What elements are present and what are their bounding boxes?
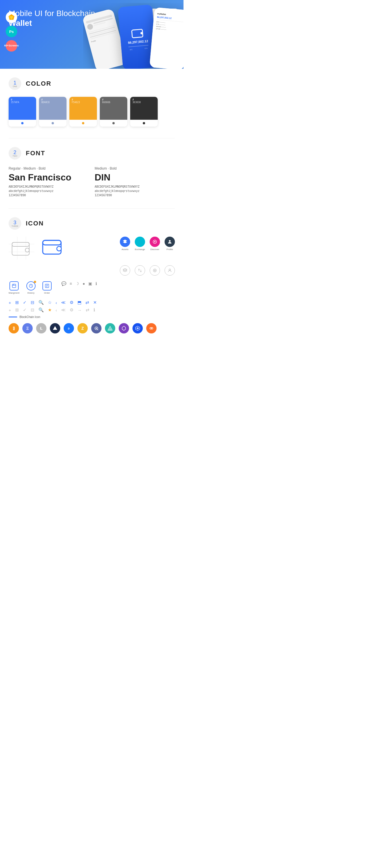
section-number-2: 2 TWO [9,147,21,160]
icon-share[interactable]: ≪ [61,300,66,305]
icon-chat: 💬 [61,281,66,286]
icon-check-grey: ✓ [23,307,27,313]
icon-search-grey: 🔍 [38,307,44,313]
color-section-header: 1 ONE COLOR [9,78,175,90]
icon-order: Order [43,281,52,294]
color-title: COLOR [26,80,51,87]
icon-export[interactable]: ⬒ [78,300,81,305]
icon-discover-outline [150,265,160,276]
svg-text:D: D [68,328,70,330]
icon-settings[interactable]: ⚙ [70,300,74,305]
svg-point-33 [96,328,97,329]
coin-ethereum: Ξ [22,323,33,334]
icon-assets: Assets [120,237,130,251]
icon-plus[interactable]: + [9,300,11,305]
blockchain-line [9,316,17,317]
nav-icons-outline [9,265,175,276]
icon-layers: ≡ [70,281,72,286]
hero-section: Mobile UI for Blockchain Wallet UI Kit P… [0,0,184,69]
blockchain-label: BlockChain Icon [20,315,40,318]
icon-profile-outline [165,265,175,276]
sketch-badge [6,11,17,23]
swatch-black: #303030 [130,97,158,127]
svg-point-17 [169,240,171,242]
coin-loopring [146,323,157,334]
coin-waves [105,323,115,334]
color-swatches: #3574FA #8DA0C8 #F5A623 #666666 [9,97,175,127]
svg-rect-21 [12,284,16,288]
icon-swap[interactable]: ⇄ [85,300,89,305]
phone-mockups: Profile $6,297,502.12 BTC ETH myWalle [83,3,184,69]
svg-marker-3 [9,16,9,20]
wallet-wireframe-container [9,237,34,259]
divider-1 [9,138,175,138]
icon-exchange: Exchange [135,237,145,251]
icon-close[interactable]: ✕ [93,300,97,305]
svg-point-11 [25,248,29,252]
icon-circle-dot: ● [83,281,85,286]
coin-polymath [133,323,143,334]
wallet-colored-svg [42,237,64,255]
icon-swap-grey: ⇄ [86,307,89,313]
icon-assets-outline [120,265,130,276]
coin-ark [119,323,129,334]
ps-badge: Ps [6,26,17,37]
icon-back[interactable]: ‹ [56,300,57,305]
coin-qtum [91,323,102,334]
coin-stratis [50,323,60,334]
section-number-3: 3 THREE [9,217,21,230]
svg-point-19 [154,270,156,271]
font-title: FONT [26,150,45,157]
svg-point-18 [153,269,157,272]
hero-badges: Ps 60+ Screens [6,11,17,52]
icon-title: ICON [26,220,44,227]
icon-search[interactable]: 🔍 [38,300,44,305]
icon-management: Mangment [9,281,20,294]
coin-dash: D [64,323,74,334]
bottom-nav-icons: Mangment History Order 💬 ≡ ☽ ● [9,281,175,294]
swatch-orange: #F5A623 [69,97,97,127]
svg-point-16 [154,241,156,243]
svg-line-34 [97,330,98,330]
icon-history: History [26,281,35,294]
svg-rect-10 [12,242,29,246]
wallet-colored-container [42,237,65,257]
icon-exchange-outline [135,265,145,276]
svg-marker-29 [53,326,57,330]
color-section: 1 ONE COLOR #3574FA #8DA0C8 #F5A623 [9,78,175,127]
icon-section-header: 3 THREE ICON [9,217,175,230]
phone-3: myWallet $6,297,502.12 BTC ———— ETH ————… [149,7,184,69]
main-content: 1 ONE COLOR #3574FA #8DA0C8 #F5A623 [0,69,184,351]
icon-check[interactable]: ✓ [23,300,27,305]
coin-bitcoin: ₿ [9,323,19,334]
screens-badge: 60+ Screens [6,40,17,52]
svg-rect-13 [43,240,61,245]
icon-back-grey: ‹ [56,308,57,313]
icon-star[interactable]: ☆ [48,300,52,305]
font-din: Medium · Bold DIN ABCDEFGHIJKLMNOPQRSTUV… [94,166,175,197]
swatch-dark-grey: #666666 [100,97,127,127]
small-icons-row: 💬 ≡ ☽ ● ▣ ℹ [61,281,97,286]
swatch-blue: #3574FA [9,97,36,127]
divider-2 [9,208,175,209]
icon-export-grey: → [78,308,82,313]
font-section: 2 TWO FONT Regular · Medium · Bold San F… [9,147,175,197]
icon-grid2[interactable]: ⊟ [31,300,34,305]
icon-message: ▣ [88,281,92,286]
icon-plus-grey: + [9,308,11,313]
swatch-grey-blue: #8DA0C8 [39,97,66,127]
toolbar-icons-colored: + ⊞ ✓ ⊟ 🔍 ☆ ‹ ≪ ⚙ ⬒ ⇄ ✕ [9,300,175,305]
svg-marker-37 [122,326,125,331]
icon-star-filled: ★ [48,307,52,313]
icon-section: 3 THREE ICON [9,217,175,334]
svg-point-20 [169,269,170,271]
icon-discover: Discover [150,237,160,251]
icon-settings-grey: ⚙ [70,307,74,313]
icon-grid-grey: ⊞ [15,307,19,313]
icon-moon: ☽ [76,281,79,286]
wallet-wireframe-svg [11,240,32,257]
icon-grid[interactable]: ⊞ [15,300,19,305]
font-san-francisco: Regular · Medium · Bold San Francisco AB… [9,166,89,197]
font-section-header: 2 TWO FONT [9,147,175,160]
icon-row-wallet: Assets Exchange Discover [9,237,175,259]
